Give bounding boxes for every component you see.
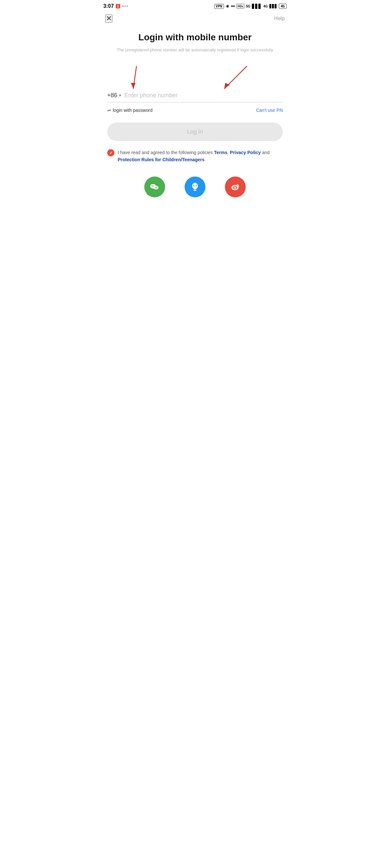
qq-icon <box>189 181 201 193</box>
weibo-login-button[interactable] <box>225 177 246 197</box>
policy-area: ✓ I have read and agreed to the followin… <box>107 149 283 163</box>
login-with-password-label: login with password <box>113 107 153 113</box>
status-bar: 3:07 1 ··· VPN ∗ ⚯ HD₂ 5G ▋▋▋ 4G ▋▋▋ 45 <box>98 0 292 11</box>
hd-indicator: HD₂ <box>236 4 245 8</box>
status-time: 3:07 <box>103 3 114 9</box>
close-button[interactable]: ✕ <box>105 14 112 23</box>
wechat-login-button[interactable] <box>144 177 165 197</box>
terms-link[interactable]: Terms <box>214 150 228 155</box>
svg-point-11 <box>193 189 197 191</box>
login-with-password-link[interactable]: ⇌ login with password <box>107 107 153 113</box>
notification-badge: 1 <box>116 4 120 8</box>
bluetooth-icon: ∗ <box>226 4 229 9</box>
svg-marker-3 <box>224 83 230 89</box>
check-icon: ✓ <box>109 151 113 155</box>
svg-line-0 <box>133 66 136 89</box>
svg-point-7 <box>153 185 154 186</box>
privacy-policy-link[interactable]: Privacy Policy <box>230 150 261 155</box>
4g-indicator: 4G <box>263 5 267 8</box>
switch-icon: ⇌ <box>107 107 111 113</box>
svg-point-14 <box>194 185 194 186</box>
status-left: 3:07 1 ··· <box>103 3 129 9</box>
page-title: Login with mobile number <box>107 32 283 43</box>
svg-point-20 <box>235 187 236 188</box>
cant-use-pn-link[interactable]: Can't use PN <box>256 107 283 113</box>
5g-indicator: 5G <box>246 5 250 8</box>
policy-and: and <box>261 150 269 155</box>
options-row: ⇌ login with password Can't use PN <box>107 107 283 113</box>
status-right: VPN ∗ ⚯ HD₂ 5G ▋▋▋ 4G ▋▋▋ 45 <box>214 4 287 9</box>
signal-icon: ▋▋▋ <box>252 4 262 9</box>
vpn-indicator: VPN <box>214 4 224 9</box>
signal-4g-icon: ▋▋▋ <box>269 4 277 8</box>
link-icon: ⚯ <box>231 4 235 9</box>
social-login-area <box>107 177 283 197</box>
main-content: Login with mobile number The unregistere… <box>98 25 292 207</box>
battery-indicator: 45 <box>279 4 287 9</box>
phone-row: +86 ▼ <box>107 92 283 102</box>
status-dots: ··· <box>122 3 128 9</box>
svg-point-10 <box>192 183 198 189</box>
children-policy-link[interactable]: Protection Rules for Children/Teenagers <box>118 157 204 162</box>
country-code-selector[interactable]: +86 ▼ <box>107 92 122 99</box>
dropdown-arrow-icon: ▼ <box>119 94 122 97</box>
policy-checkbox[interactable]: ✓ <box>107 149 115 156</box>
login-button[interactable]: Log in <box>107 123 283 141</box>
svg-point-16 <box>194 186 196 187</box>
header: ✕ Help <box>98 11 292 25</box>
qq-login-button[interactable] <box>185 177 205 197</box>
svg-marker-1 <box>131 83 135 89</box>
phone-number-input[interactable] <box>124 92 283 99</box>
annotation-container <box>107 63 283 95</box>
svg-point-6 <box>152 185 153 186</box>
policy-prefix: I have read and agreed to the following … <box>118 150 214 155</box>
weibo-icon <box>229 181 241 193</box>
svg-point-21 <box>237 187 237 187</box>
policy-text: I have read and agreed to the following … <box>118 149 283 163</box>
annotation-arrows <box>107 63 283 95</box>
svg-point-9 <box>156 187 157 188</box>
svg-point-15 <box>196 185 197 186</box>
country-code-value: +86 <box>107 92 117 99</box>
page-subtitle: The unregistered phone number will be au… <box>107 47 283 53</box>
svg-point-8 <box>155 187 156 188</box>
wechat-icon <box>149 181 161 193</box>
help-button[interactable]: Help <box>274 16 285 22</box>
phone-input-area: +86 ▼ <box>107 92 283 102</box>
svg-line-2 <box>224 66 247 89</box>
